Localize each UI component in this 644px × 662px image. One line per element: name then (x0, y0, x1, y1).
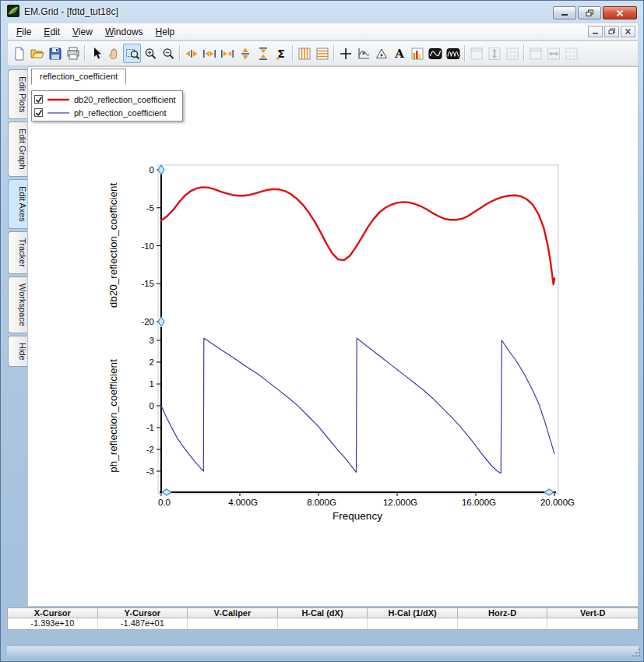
sidebar-tab-edit-graph[interactable]: Edit Graph (8, 121, 27, 177)
column-header-y-cursor: Y-Cursor (98, 608, 188, 618)
legend-checkbox-db20-reflection-coefficient[interactable] (34, 95, 43, 104)
pane-outline-icon (467, 44, 485, 63)
autoscale-icon[interactable]: Σ (272, 44, 290, 63)
legend-label: db20_reflection_coefficient (74, 95, 176, 104)
expand-x-icon[interactable] (182, 44, 200, 63)
menu-windows[interactable]: Windows (99, 25, 150, 39)
x-tick-label: 12.000G (383, 498, 417, 507)
menu-help[interactable]: Help (150, 25, 181, 39)
fit-vertical-icon (485, 44, 503, 63)
toolbar-separator (292, 45, 293, 62)
y-axis-label: db20_reflection_coefficient (107, 183, 119, 308)
axis-handle[interactable] (162, 489, 171, 495)
y-axis-label: ph_reflection_coefficient (107, 359, 119, 473)
shrink-y-icon[interactable] (254, 44, 272, 63)
legend-label: ph_reflection_coefficient (74, 108, 166, 118)
svg-text:A: A (394, 47, 404, 61)
x-tick-label: 20.000G (540, 498, 575, 507)
child-restore-button[interactable] (604, 26, 619, 37)
column-header-h-cal-1-dx: H-Cal (1/dX) (368, 608, 458, 618)
toolbar-separator (464, 45, 465, 62)
open-file-icon[interactable] (28, 44, 46, 63)
plot-panel: reflection_coefficient db20_reflection_c… (27, 66, 639, 607)
legend-item: db20_reflection_coefficient (34, 93, 176, 105)
value-cell-h-cal-1-dx (368, 618, 458, 629)
row-data-icon[interactable] (313, 44, 331, 63)
status-bar (7, 646, 639, 657)
menu-view[interactable]: View (66, 25, 99, 39)
menu-file[interactable]: File (10, 25, 37, 39)
scroll-x-icon[interactable] (200, 44, 218, 63)
text-label-icon[interactable]: A (390, 44, 408, 63)
y-tick-label: -15 (141, 279, 154, 288)
zoom-out-icon[interactable] (159, 44, 177, 63)
column-data-icon[interactable] (295, 44, 313, 63)
svg-text:Σ: Σ (277, 47, 285, 59)
y-tick-label: 0 (150, 401, 154, 410)
app-icon (7, 5, 19, 19)
print-icon[interactable] (64, 44, 82, 63)
column-header-v-caliper: V-Caliper (188, 608, 278, 618)
y-tick-label: 0 (150, 165, 154, 174)
sidebar-tab-hide[interactable]: Hide (8, 336, 27, 368)
restore-button[interactable] (578, 6, 601, 19)
new-file-icon[interactable] (10, 44, 28, 63)
waveform-dark-icon[interactable] (426, 44, 444, 63)
legend-checkbox-ph-reflection-coefficient[interactable] (34, 108, 43, 117)
x-tick-label: 16.000G (462, 498, 496, 507)
close-button[interactable] (603, 6, 637, 19)
minimize-button[interactable] (553, 6, 576, 19)
axis-handle[interactable] (158, 317, 164, 326)
column-header-horz-d: Horz-D (458, 608, 548, 618)
value-cell-h-cal-dx (278, 618, 368, 629)
caliper-icon[interactable] (372, 44, 390, 63)
value-cell-x-cursor: -1.393e+10 (8, 618, 98, 629)
axis-handle[interactable] (158, 165, 164, 174)
save-icon[interactable] (46, 44, 64, 63)
toolbar-separator (179, 45, 180, 62)
y-tick-label: -5 (146, 203, 154, 213)
legend-item: ph_reflection_coefficient (34, 107, 176, 118)
sidebar-tab-edit-plots[interactable]: Edit Plots (8, 69, 27, 119)
resize-grip[interactable] (631, 647, 641, 660)
menu-edit[interactable]: Edit (37, 25, 66, 39)
waveform-dark2-icon[interactable] (444, 44, 462, 63)
child-close-button[interactable] (621, 26, 635, 37)
crosshair-icon[interactable] (336, 44, 354, 63)
plot-frame (158, 165, 558, 494)
cursor-readout-table: X-CursorY-CursorV-CaliperH-Cal (dX)H-Cal… (7, 607, 639, 630)
shrink-x-icon[interactable] (218, 44, 236, 63)
value-cell-vert-d (547, 618, 638, 629)
window-title: EM.Grid - [fdtd_tut18c] (24, 6, 118, 17)
histogram-icon[interactable] (408, 44, 426, 63)
y-tick-label: -10 (141, 241, 154, 251)
tracker-icon[interactable] (354, 44, 372, 63)
pan-hand-icon[interactable] (105, 44, 123, 63)
value-cell-v-caliper (188, 618, 278, 629)
value-cell-horz-d (458, 618, 548, 629)
legend-line-sample (47, 94, 70, 105)
toolbar-separator (523, 45, 524, 62)
column-header-h-cal-dx: H-Cal (dX) (278, 608, 368, 618)
axis-handle[interactable] (544, 489, 554, 495)
child-minimize-button[interactable] (588, 26, 603, 37)
mdi-window-buttons (588, 26, 638, 37)
tab-reflection-coefficient[interactable]: reflection_coefficient (31, 69, 126, 85)
value-cell-y-cursor: -1.487e+01 (98, 618, 188, 629)
select-cursor-icon[interactable] (87, 44, 105, 63)
x-tick-label: 0.0 (158, 498, 171, 507)
expand-y-icon[interactable] (236, 44, 254, 63)
zoom-in-icon[interactable] (141, 44, 159, 63)
zoom-region-icon[interactable] (123, 44, 141, 63)
y-tick-label: 2 (150, 357, 154, 367)
legend-line-sample (47, 107, 70, 118)
grid-pane2-icon (562, 44, 580, 63)
toolbar-separator (333, 45, 334, 62)
series-line-ph-reflection-coefficient (161, 338, 554, 474)
sidebar-tab-workspace[interactable]: Workspace (8, 276, 27, 333)
title-bar[interactable]: EM.Grid - [fdtd_tut18c] (1, 1, 643, 23)
sidebar-tabs: Edit PlotsEdit GraphEdit AxesTrackerWork… (7, 69, 27, 367)
sidebar-tab-tracker[interactable]: Tracker (8, 231, 27, 274)
y-tick-label: 1 (150, 379, 154, 389)
sidebar-tab-edit-axes[interactable]: Edit Axes (8, 179, 27, 229)
